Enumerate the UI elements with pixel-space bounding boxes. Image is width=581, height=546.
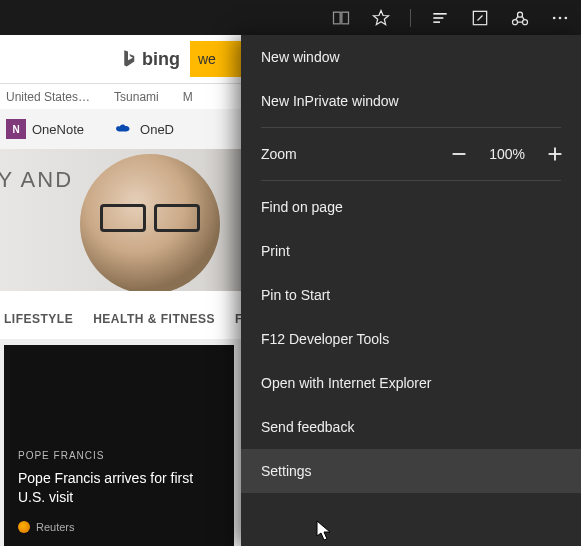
favorite-star-icon[interactable] [370,7,392,29]
svg-point-10 [553,16,556,19]
onedrive-icon [114,123,134,135]
news-topic[interactable]: M [183,90,193,104]
svg-point-8 [513,19,518,24]
story-card[interactable]: POPE FRANCIS Pope Francis arrives for fi… [4,345,234,546]
onenote-icon: N [6,119,26,139]
reuters-icon [18,521,30,533]
menu-find[interactable]: Find on page [241,185,581,229]
favorite-onedrive[interactable]: OneD [114,122,174,137]
favorite-label: OneD [140,122,174,137]
menu-devtools[interactable]: F12 Developer Tools [241,317,581,361]
svg-point-11 [559,16,562,19]
menu-feedback[interactable]: Send feedback [241,405,581,449]
menu-new-window[interactable]: New window [241,35,581,79]
reading-view-icon[interactable] [330,7,352,29]
zoom-controls: 100% [445,140,569,168]
zoom-label: Zoom [261,146,297,162]
story-tag: POPE FRANCIS [18,450,220,461]
share-icon[interactable] [509,7,531,29]
bing-logo[interactable]: bing [120,49,180,70]
favorite-onenote[interactable]: N OneNote [6,119,84,139]
category-tab[interactable]: HEALTH & FITNESS [93,312,215,326]
news-topic[interactable]: Tsunami [114,90,159,104]
menu-zoom: Zoom 100% [241,132,581,176]
webnote-icon[interactable] [469,7,491,29]
story-source: Reuters [18,521,220,533]
bing-label: bing [142,49,180,70]
titlebar-separator [410,9,411,27]
svg-rect-1 [342,12,349,24]
story-source-label: Reuters [36,521,75,533]
hero-text-fragment: TY AND [0,167,73,193]
svg-point-9 [523,19,528,24]
browser-titlebar [0,0,581,35]
svg-rect-0 [334,12,341,24]
menu-open-ie[interactable]: Open with Internet Explorer [241,361,581,405]
news-topic[interactable]: United States… [6,90,90,104]
svg-point-7 [518,12,523,17]
menu-divider [261,180,561,181]
favorite-label: OneNote [32,122,84,137]
category-tab[interactable]: LIFESTYLE [4,312,73,326]
search-query-text: we [198,51,216,67]
menu-divider [261,127,561,128]
zoom-value: 100% [489,146,525,162]
more-icon[interactable] [549,7,571,29]
menu-print[interactable]: Print [241,229,581,273]
svg-point-12 [565,16,568,19]
menu-new-inprivate[interactable]: New InPrivate window [241,79,581,123]
more-menu: New window New InPrivate window Zoom 100… [241,35,581,546]
menu-pin[interactable]: Pin to Start [241,273,581,317]
zoom-out-button[interactable] [445,140,473,168]
svg-marker-2 [374,10,389,24]
hero-photo-detail [100,204,200,228]
story-headline: Pope Francis arrives for first U.S. visi… [18,469,220,507]
menu-settings[interactable]: Settings [241,449,581,493]
hub-icon[interactable] [429,7,451,29]
zoom-in-button[interactable] [541,140,569,168]
